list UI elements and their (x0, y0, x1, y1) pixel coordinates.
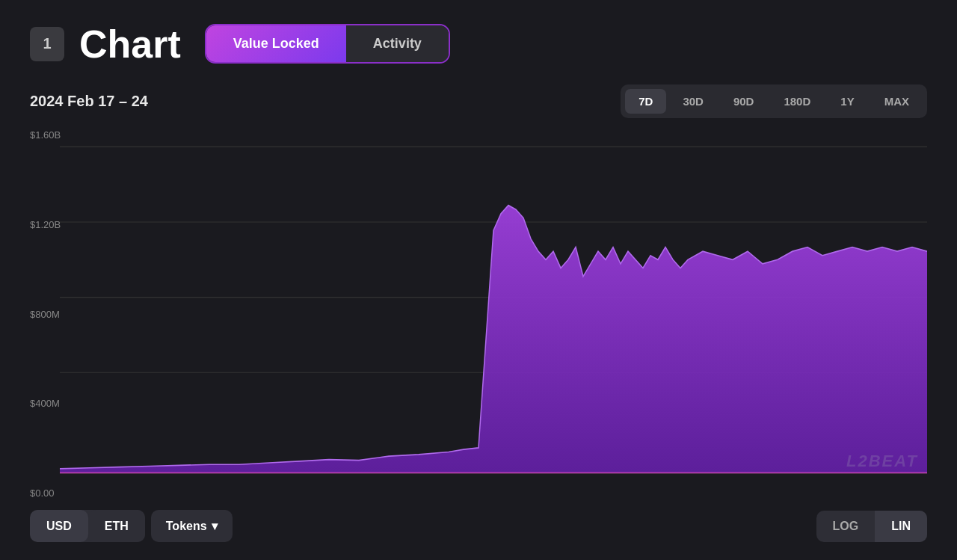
chart-header: 1 Chart Value Locked Activity (30, 24, 927, 64)
bottom-left-controls: USD ETH Tokens ▾ (30, 510, 233, 542)
chart-tab-group: Value Locked Activity (205, 24, 450, 64)
chart-svg (30, 130, 927, 498)
tokens-dropdown-button[interactable]: Tokens ▾ (151, 510, 233, 542)
currency-usd-button[interactable]: USD (30, 510, 88, 542)
date-range: 2024 Feb 17 – 24 (30, 93, 148, 110)
chart-badge: 1 (30, 27, 64, 61)
time-btn-7d[interactable]: 7D (625, 89, 666, 114)
page-title: Chart (79, 25, 181, 64)
watermark: L2BEAT (846, 452, 918, 471)
tab-value-locked[interactable]: Value Locked (206, 25, 346, 62)
time-button-group: 7D 30D 90D 180D 1Y MAX (621, 84, 927, 118)
scale-log-button[interactable]: LOG (816, 511, 876, 542)
time-btn-max[interactable]: MAX (871, 89, 923, 114)
time-btn-30d[interactable]: 30D (669, 89, 717, 114)
time-btn-180d[interactable]: 180D (770, 89, 824, 114)
currency-group: USD ETH (30, 510, 145, 542)
tab-activity[interactable]: Activity (346, 25, 449, 62)
time-btn-90d[interactable]: 90D (720, 89, 768, 114)
controls-row: 2024 Feb 17 – 24 7D 30D 90D 180D 1Y MAX (30, 84, 927, 118)
scale-lin-button[interactable]: LIN (875, 511, 927, 542)
currency-eth-button[interactable]: ETH (88, 510, 145, 542)
bottom-bar: USD ETH Tokens ▾ LOG LIN (30, 510, 927, 542)
time-btn-1y[interactable]: 1Y (827, 89, 867, 114)
tokens-chevron-icon: ▾ (212, 519, 218, 533)
tokens-label: Tokens (166, 520, 207, 533)
chart-area: $1.60B $1.20B $800M $400M $0.00 L2BEAT (30, 130, 927, 498)
scale-group: LOG LIN (816, 511, 927, 542)
